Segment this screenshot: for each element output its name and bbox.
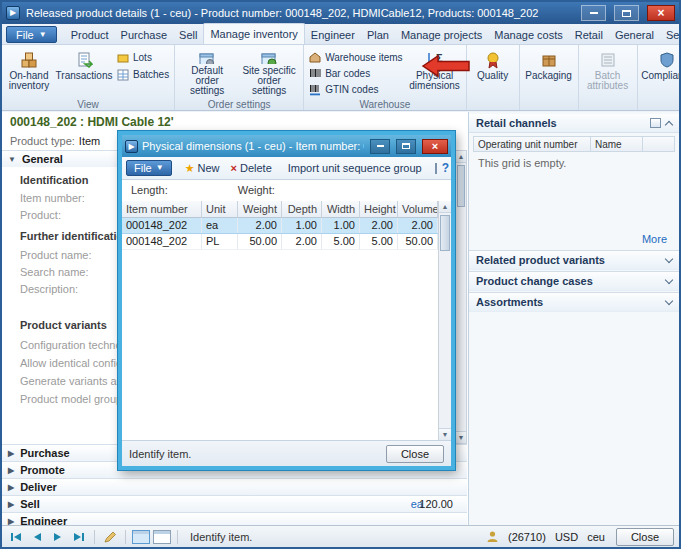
- dialog-minimize-button[interactable]: [370, 139, 390, 154]
- open-form-icon[interactable]: [650, 118, 661, 128]
- previous-record-button[interactable]: [28, 529, 46, 545]
- dialog-close-button[interactable]: ×: [422, 139, 448, 154]
- on-hand-inventory-button[interactable]: On-hand inventory: [5, 47, 53, 97]
- maximize-button[interactable]: [614, 5, 639, 21]
- scroll-down-icon[interactable]: ▼: [439, 428, 451, 440]
- chevron-down-icon[interactable]: [665, 297, 673, 305]
- factbox-assortments[interactable]: Assortments: [469, 292, 679, 312]
- globe-window-icon: [260, 51, 278, 64]
- session-id: (26710): [508, 531, 546, 543]
- search-name-label: Search name:: [20, 266, 88, 278]
- grid-view-icon[interactable]: [435, 163, 437, 174]
- tab-product[interactable]: Product: [65, 25, 115, 44]
- quality-button[interactable]: Quality: [470, 47, 516, 97]
- last-record-button[interactable]: [70, 529, 88, 545]
- details-view-toggle[interactable]: [153, 530, 171, 544]
- chevron-down-icon[interactable]: [665, 276, 673, 284]
- chevron-right-icon: ▶: [8, 466, 14, 475]
- chevron-right-icon: ▶: [8, 483, 14, 492]
- tab-engineer[interactable]: Engineer: [305, 25, 361, 44]
- factbox-pane: Retail channels Operating unit number Na…: [468, 112, 679, 525]
- statusbar-separator: [94, 530, 95, 544]
- column-width[interactable]: Width: [322, 201, 360, 218]
- tab-general[interactable]: General: [609, 25, 660, 44]
- chevron-down-icon[interactable]: [665, 255, 673, 263]
- pencil-icon: [103, 530, 117, 543]
- batches-button[interactable]: Batches: [115, 67, 171, 82]
- chevron-up-icon[interactable]: [665, 120, 673, 128]
- warehouse-items-button[interactable]: Warehouse items: [307, 50, 404, 64]
- first-record-button[interactable]: [7, 529, 25, 545]
- delete-button[interactable]: × Delete: [228, 162, 275, 174]
- minimize-icon: [590, 12, 598, 14]
- edit-record-button[interactable]: [101, 529, 119, 545]
- site-specific-order-settings-button[interactable]: Site specific order settings: [238, 47, 300, 97]
- dialog-maximize-button[interactable]: [396, 139, 416, 154]
- tab-purchase[interactable]: Purchase: [115, 25, 173, 44]
- last-record-icon: [72, 531, 86, 543]
- tag-icon: [117, 52, 129, 64]
- help-icon[interactable]: ?: [442, 161, 449, 175]
- currency-label[interactable]: USD: [555, 531, 578, 543]
- group-label-view: View: [2, 99, 174, 110]
- scroll-up-icon[interactable]: ▲: [439, 201, 451, 213]
- settings-window-icon: [198, 51, 216, 64]
- tab-plan[interactable]: Plan: [361, 25, 395, 44]
- view-small-buttons: Lots Batches: [115, 47, 171, 97]
- tab-retail[interactable]: Retail: [569, 25, 609, 44]
- file-menu-button[interactable]: File ▼: [6, 26, 57, 43]
- column-operating-unit-number[interactable]: Operating unit number: [473, 136, 591, 152]
- fasttab-sell[interactable]: ▶ Sell ea 120.00: [2, 495, 467, 512]
- lots-button[interactable]: Lots: [115, 50, 171, 65]
- compliance-button[interactable]: Complian...: [641, 47, 681, 97]
- packaging-button[interactable]: Packaging: [523, 47, 575, 97]
- tab-sell[interactable]: Sell: [173, 25, 203, 44]
- column-height[interactable]: Height: [360, 201, 398, 218]
- tab-manage-costs[interactable]: Manage costs: [488, 25, 568, 44]
- gtin-codes-button[interactable]: GTIN codes: [307, 83, 404, 97]
- grid-view-toggle[interactable]: [132, 530, 150, 544]
- close-button[interactable]: ×: [647, 5, 675, 21]
- scroll-down-icon[interactable]: ▼: [456, 431, 466, 443]
- factbox-retail-channels-header[interactable]: Retail channels: [469, 114, 679, 133]
- more-link[interactable]: More: [642, 233, 667, 245]
- gtin-icon: [309, 84, 321, 96]
- import-unit-sequence-group-button[interactable]: Import unit sequence group: [285, 162, 425, 174]
- dialog-close-action-button[interactable]: Close: [386, 445, 444, 463]
- default-order-settings-button[interactable]: Default order settings: [178, 47, 236, 97]
- ribbon: On-hand inventory Transactions Lots Batc…: [2, 45, 679, 111]
- new-button[interactable]: ★ New: [182, 162, 223, 174]
- scrollbar-thumb[interactable]: [457, 165, 465, 207]
- factbox-product-change-cases[interactable]: Product change cases: [469, 271, 679, 291]
- minimize-button[interactable]: [581, 5, 606, 21]
- warehouse-small-buttons: Warehouse items Bar codes GTIN codes: [307, 47, 404, 97]
- next-record-button[interactable]: [49, 529, 67, 545]
- grid-vertical-scrollbar[interactable]: ▲ ▼: [438, 201, 451, 440]
- statusbar-separator: [177, 530, 178, 544]
- tab-manage-projects[interactable]: Manage projects: [395, 25, 488, 44]
- tab-setup[interactable]: Setup: [660, 25, 681, 44]
- scroll-up-icon[interactable]: ▲: [456, 151, 466, 163]
- table-row[interactable]: 000148_202 PL 50.00 2.00 5.00 5.00 50.00: [122, 234, 438, 250]
- window-title: Released product details (1 - ceu) - Pro…: [26, 7, 573, 19]
- main-vertical-scrollbar[interactable]: ▲ ▼: [455, 150, 467, 444]
- column-item-number[interactable]: Item number: [122, 201, 202, 218]
- transactions-button[interactable]: Transactions: [55, 47, 113, 97]
- scrollbar-thumb[interactable]: [440, 215, 450, 251]
- column-weight[interactable]: Weight: [238, 201, 282, 218]
- factbox-related-product-variants[interactable]: Related product variants: [469, 250, 679, 270]
- bar-codes-button[interactable]: Bar codes: [307, 66, 404, 80]
- tab-manage-inventory[interactable]: Manage inventory: [203, 23, 304, 44]
- fasttab-deliver[interactable]: ▶ Deliver: [2, 478, 467, 495]
- column-volume[interactable]: Volume: [398, 201, 438, 218]
- column-name[interactable]: Name: [591, 136, 643, 152]
- close-window-button[interactable]: Close: [616, 528, 674, 546]
- column-depth[interactable]: Depth: [282, 201, 322, 218]
- ribbon-group-batch-attributes: Batch attributes: [579, 45, 638, 110]
- dialog-file-menu-button[interactable]: File ▼: [126, 160, 172, 176]
- company-label[interactable]: ceu: [587, 531, 605, 543]
- delete-x-icon: ×: [231, 163, 237, 174]
- column-unit[interactable]: Unit: [202, 201, 238, 218]
- maximize-icon: [622, 10, 631, 17]
- table-row[interactable]: 000148_202 ea 2.00 1.00 1.00 2.00 2.00: [122, 218, 438, 234]
